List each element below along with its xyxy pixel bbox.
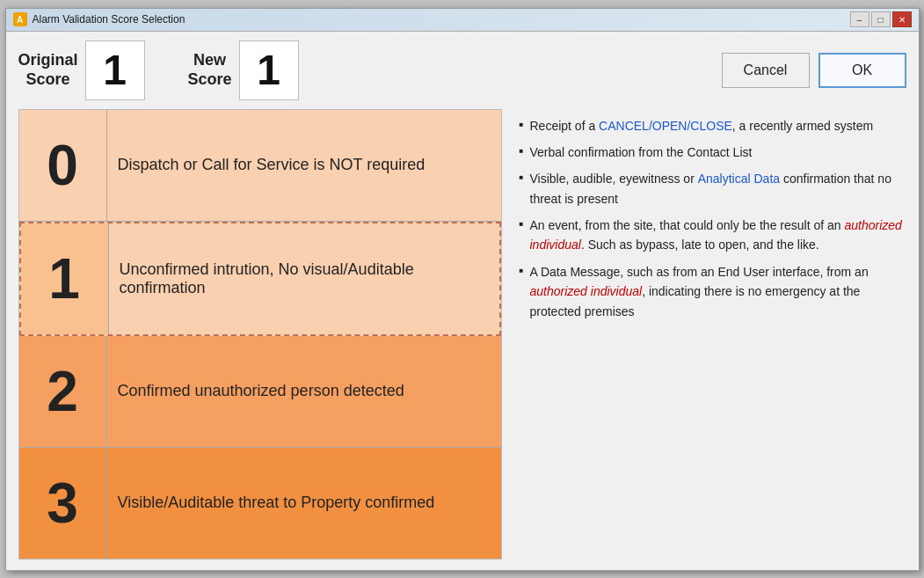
score-num-3: 3 (19, 448, 107, 559)
original-score-value: 1 (85, 40, 145, 100)
score-num-0: 0 (19, 110, 107, 221)
main-window: A Alarm Validation Score Selection – □ ✕… (5, 8, 920, 571)
info-item-3: Visible, audible, eyewitness or Analytic… (520, 169, 903, 209)
info-item-1: Receipt of a CANCEL/OPEN/CLOSE, a recent… (520, 116, 903, 135)
score-desc-3: Visible/Auditable threat to Property con… (107, 448, 501, 559)
window-title: Alarm Validation Score Selection (33, 13, 186, 26)
score-row-3[interactable]: 3 Visible/Auditable threat to Property c… (19, 448, 501, 559)
score-row-0[interactable]: 0 Dispatch or Call for Service is NOT re… (19, 110, 501, 222)
score-desc-2: Confirmed unauthorized person detected (107, 336, 501, 447)
info-panel: Receipt of a CANCEL/OPEN/CLOSE, a recent… (516, 109, 906, 560)
app-icon: A (13, 12, 27, 26)
top-bar: OriginalScore 1 NewScore 1 Cancel OK (18, 40, 906, 100)
action-buttons: Cancel OK (722, 53, 906, 88)
score-row-2[interactable]: 2 Confirmed unauthorized person detected (19, 336, 501, 448)
score-desc-1: Unconfirmed intrution, No visual/Auditab… (109, 223, 499, 334)
dialog-content: OriginalScore 1 NewScore 1 Cancel OK 0 D… (6, 32, 919, 570)
score-table: 0 Dispatch or Call for Service is NOT re… (18, 109, 502, 560)
highlight-analytical: Analytical Data (698, 172, 780, 186)
restore-button[interactable]: □ (871, 11, 891, 27)
main-area: 0 Dispatch or Call for Service is NOT re… (18, 109, 906, 560)
minimize-button[interactable]: – (850, 11, 869, 27)
original-score-label: OriginalScore (18, 51, 78, 89)
window-controls: – □ ✕ (850, 11, 912, 27)
highlight-authorized-1: authorized individual (530, 218, 902, 252)
new-score-value: 1 (239, 40, 299, 100)
score-num-1: 1 (21, 223, 109, 334)
new-score-label: NewScore (188, 51, 232, 89)
info-list: Receipt of a CANCEL/OPEN/CLOSE, a recent… (520, 116, 903, 322)
new-score-section: NewScore 1 (188, 40, 299, 100)
title-bar: A Alarm Validation Score Selection – □ ✕ (6, 9, 919, 32)
cancel-button[interactable]: Cancel (722, 53, 810, 88)
ok-button[interactable]: OK (819, 53, 906, 88)
score-desc-0: Dispatch or Call for Service is NOT requ… (107, 110, 501, 221)
score-num-2: 2 (19, 336, 107, 447)
score-row-1[interactable]: 1 Unconfirmed intrution, No visual/Audit… (19, 222, 501, 336)
info-item-2: Verbal confirmation from the Contact Lis… (520, 143, 903, 162)
highlight-cancel: CANCEL/OPEN/CLOSE (599, 119, 732, 133)
highlight-authorized-2: authorized individual (530, 284, 643, 298)
info-item-5: A Data Message, such as from an End User… (520, 262, 903, 321)
info-item-4: An event, from the site, that could only… (520, 216, 903, 255)
title-bar-left: A Alarm Validation Score Selection (13, 12, 186, 26)
original-score-section: OriginalScore 1 (18, 40, 145, 100)
close-button[interactable]: ✕ (892, 11, 912, 27)
